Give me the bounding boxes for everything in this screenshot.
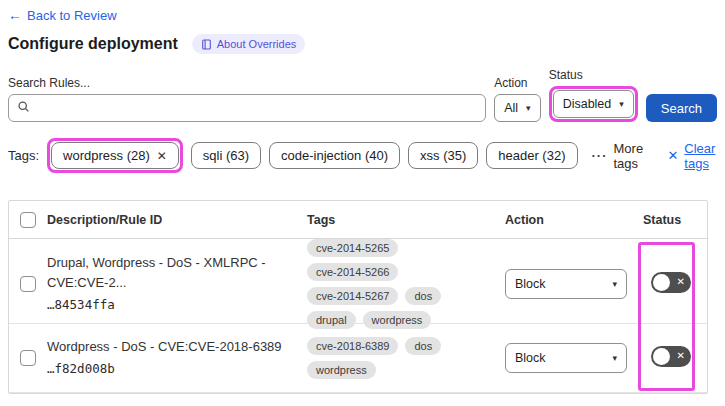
- rule-tag-pill: cve-2014-5266: [307, 263, 398, 281]
- tag-chip-label: xss (35): [420, 148, 466, 163]
- tag-chip-label: code-injection (40): [281, 148, 388, 163]
- status-filter-select[interactable]: Disabled ▾: [553, 90, 634, 118]
- rules-table: Description/Rule ID Tags Action Status D…: [8, 200, 708, 394]
- search-group: Search Rules...: [8, 76, 486, 122]
- back-link-label: Back to Review: [27, 8, 117, 23]
- rule-status-cell: ✕: [643, 272, 707, 297]
- select-all-checkbox[interactable]: [20, 212, 36, 228]
- status-filter-value: Disabled: [563, 97, 612, 111]
- rule-tag-pill: wordpress: [307, 361, 376, 379]
- book-icon: [201, 39, 212, 50]
- action-select[interactable]: Block ▾: [505, 269, 627, 299]
- tag-chip-label: wordpress (28): [63, 148, 150, 163]
- more-tags-button[interactable]: ··· More tags: [592, 141, 644, 171]
- rule-tags-cell: cve-2018-6389 dos wordpress: [307, 337, 505, 379]
- rule-description: Wordpress - DoS - CVE:CVE-2018-6389: [47, 337, 307, 358]
- status-filter-group: Status Disabled ▾: [549, 68, 638, 122]
- column-header-description: Description/Rule ID: [47, 213, 307, 227]
- chevron-down-icon: ▾: [612, 279, 617, 289]
- page-title: Configure deployment: [8, 35, 178, 53]
- about-overrides-badge[interactable]: About Overrides: [192, 34, 305, 54]
- rule-description: Drupal, Wordpress - DoS - XMLRPC - CVE:C…: [47, 253, 307, 295]
- wordpress-chip-highlight-box: wordpress (28) ✕: [47, 138, 183, 173]
- tag-chip-label: header (32): [498, 148, 565, 163]
- status-toggle[interactable]: ✕: [651, 346, 691, 367]
- chevron-down-icon: ▾: [612, 353, 617, 363]
- action-filter-select[interactable]: All ▾: [494, 94, 540, 122]
- tags-bar-label: Tags:: [8, 148, 39, 163]
- clear-tags-button[interactable]: ✕ Clear tags: [667, 141, 717, 171]
- action-select[interactable]: Block ▾: [505, 343, 627, 373]
- row-checkbox-cell: [9, 276, 47, 292]
- toggle-off-icon: ✕: [677, 277, 685, 287]
- filter-row: Search Rules... Action All ▾ Status Disa…: [8, 68, 717, 122]
- toggle-knob: [653, 348, 670, 365]
- rule-tag-pill: dos: [405, 337, 441, 355]
- row-checkbox-cell: [9, 350, 47, 366]
- column-header-action: Action: [505, 213, 643, 227]
- column-header-status: Status: [643, 213, 707, 227]
- table-row: Drupal, Wordpress - DoS - XMLRPC - CVE:C…: [9, 239, 707, 324]
- toggle-knob: [653, 274, 670, 291]
- status-filter-highlight-box: Disabled ▾: [549, 86, 638, 122]
- search-box: [8, 94, 486, 122]
- rule-description-cell: Wordpress - DoS - CVE:CVE-2018-6389 …f82…: [47, 337, 307, 379]
- action-filter-label: Action: [494, 76, 540, 90]
- action-filter-group: Action All ▾: [494, 76, 540, 122]
- chevron-down-icon: ▾: [526, 103, 531, 113]
- action-select-value: Block: [515, 351, 546, 365]
- action-select-value: Block: [515, 277, 546, 291]
- header-checkbox-cell: [9, 212, 47, 228]
- more-tags-label: More tags: [614, 141, 644, 171]
- about-badge-label: About Overrides: [217, 38, 296, 50]
- rule-action-cell: Block ▾: [505, 343, 643, 373]
- rule-tag-pill: drupal: [307, 311, 356, 329]
- tag-chip-label: sqli (63): [203, 148, 249, 163]
- search-rules-label: Search Rules...: [8, 76, 486, 90]
- table-header-row: Description/Rule ID Tags Action Status: [9, 201, 707, 239]
- search-icon: [17, 99, 30, 117]
- row-checkbox[interactable]: [20, 276, 36, 292]
- rule-action-cell: Block ▾: [505, 269, 643, 299]
- rule-status-cell: ✕: [643, 346, 707, 371]
- title-row: Configure deployment About Overrides: [8, 34, 717, 54]
- rule-id: …84534ffa: [47, 294, 307, 315]
- rule-id: …f82d008b: [47, 358, 307, 379]
- row-checkbox[interactable]: [20, 350, 36, 366]
- tags-bar: Tags: wordpress (28) ✕ sqli (63) code-in…: [8, 138, 717, 173]
- table-row: Wordpress - DoS - CVE:CVE-2018-6389 …f82…: [9, 324, 707, 393]
- rule-tag-pill: cve-2014-5267: [307, 287, 398, 305]
- status-filter-label: Status: [549, 68, 638, 82]
- column-header-tags: Tags: [307, 213, 505, 227]
- rule-tag-pill: wordpress: [363, 311, 432, 329]
- ellipsis-icon: ···: [592, 148, 608, 163]
- rule-tag-pill: dos: [405, 287, 441, 305]
- remove-tag-icon[interactable]: ✕: [157, 149, 167, 163]
- rule-tag-pill: cve-2018-6389: [307, 337, 398, 355]
- rule-description-cell: Drupal, Wordpress - DoS - XMLRPC - CVE:C…: [47, 253, 307, 316]
- status-toggle[interactable]: ✕: [651, 272, 691, 293]
- chevron-down-icon: ▾: [619, 99, 624, 109]
- back-to-review-link[interactable]: ← Back to Review: [8, 7, 117, 23]
- tag-chip-wordpress[interactable]: wordpress (28) ✕: [51, 142, 179, 169]
- clear-tags-label: Clear tags: [684, 141, 717, 171]
- back-arrow-icon: ←: [8, 7, 22, 23]
- rule-tag-pill: cve-2014-5265: [307, 239, 398, 257]
- tag-chip-code-injection[interactable]: code-injection (40): [269, 142, 400, 169]
- search-button[interactable]: Search: [646, 94, 717, 122]
- search-rules-input[interactable]: [36, 101, 477, 116]
- toggle-off-icon: ✕: [677, 351, 685, 361]
- clear-x-icon: ✕: [667, 148, 678, 163]
- tag-chip-header[interactable]: header (32): [486, 142, 577, 169]
- tag-chip-sqli[interactable]: sqli (63): [191, 142, 261, 169]
- tag-chip-xss[interactable]: xss (35): [408, 142, 478, 169]
- action-filter-value: All: [504, 101, 518, 115]
- rule-tags-cell: cve-2014-5265 cve-2014-5266 cve-2014-526…: [307, 239, 505, 329]
